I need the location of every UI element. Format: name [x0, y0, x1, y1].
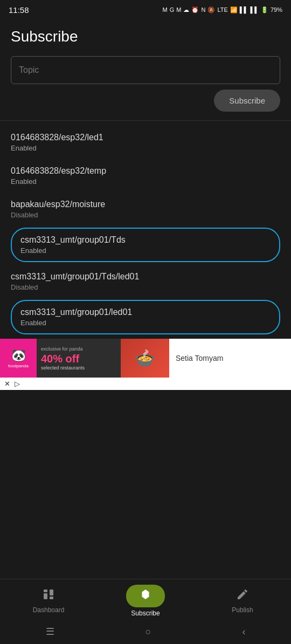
svg-rect-1 — [44, 593, 47, 599]
ad-promo-badge: exclusive for panda — [41, 346, 116, 352]
page-title: Subscribe — [0, 19, 291, 52]
subscribe-icon — [139, 590, 152, 604]
system-nav-bar: ☰ ○ ‹ — [0, 621, 291, 644]
list-item[interactable]: 0164683828/esp32/led1 Enabled — [11, 125, 280, 159]
vol-icon: 🔕 — [207, 6, 215, 13]
nav-subscribe[interactable]: Subscribe — [97, 585, 194, 617]
list-item[interactable]: bapakau/esp32/moisture Disabled — [11, 192, 280, 225]
battery-level: 79% — [271, 6, 282, 13]
signal1-icon: ▌▌ — [240, 6, 248, 13]
subscribe-button[interactable]: Subscribe — [214, 90, 280, 112]
sub-status: Enabled — [11, 177, 280, 186]
sub-status: Enabled — [20, 246, 271, 255]
sub-topic: 0164683828/esp32/temp — [11, 166, 280, 176]
ad-controls: ✕ ▷ — [0, 378, 291, 390]
ad-discount: 40% off — [41, 353, 116, 365]
wifi-icon: 📶 — [230, 6, 238, 13]
sub-status: Disabled — [11, 211, 280, 219]
list-item[interactable]: csm3313_umt/group01/Tds/led01 Disabled — [11, 264, 280, 298]
g-icon: G — [170, 6, 175, 13]
topic-input[interactable] — [11, 56, 280, 84]
sub-topic: csm3313_umt/group01/Tds — [20, 235, 271, 245]
input-section — [0, 52, 291, 84]
alarm-icon: ⏰ — [191, 6, 199, 13]
ad-brand: 🐼 foodpanda — [0, 339, 37, 378]
ad-subtext: selected restaurants — [41, 365, 116, 371]
sub-status: Enabled — [20, 319, 271, 327]
sub-topic: csm3313_umt/group01/Tds/led01 — [11, 272, 280, 282]
nav-publish[interactable]: Publish — [194, 588, 291, 614]
battery-icon: 🔋 — [261, 6, 268, 13]
status-icons: M G M ☁ ⏰ N 🔕 LTE 📶 ▌▌ ▌▌ 🔋 79% — [163, 6, 282, 13]
nav-subscribe-bg — [126, 585, 165, 607]
mail-icon: M — [163, 6, 168, 13]
back-icon[interactable]: ‹ — [242, 626, 245, 638]
dashboard-icon — [42, 588, 55, 604]
nav-dashboard[interactable]: Dashboard — [0, 588, 97, 614]
lte-icon: LTE — [217, 6, 227, 13]
ad-nav-icon[interactable]: ▷ — [15, 380, 20, 388]
sub-status: Disabled — [11, 283, 280, 291]
cloud-icon: ☁ — [183, 6, 189, 13]
svg-rect-3 — [50, 597, 53, 599]
sub-status: Enabled — [11, 144, 280, 152]
foodpanda-icon: 🐼 — [11, 348, 26, 362]
subscribe-btn-row: Subscribe — [0, 84, 291, 120]
publish-icon — [236, 588, 249, 604]
subscription-list: 0164683828/esp32/led1 Enabled 0164683828… — [0, 125, 291, 334]
signal2-icon: ▌▌ — [250, 6, 259, 13]
status-bar: 11:58 M G M ☁ ⏰ N 🔕 LTE 📶 ▌▌ ▌▌ 🔋 79% — [0, 0, 291, 19]
nav-items: Dashboard Subscribe Publish — [0, 579, 291, 621]
gmail-icon: M — [176, 6, 181, 13]
nav-dashboard-label: Dashboard — [33, 606, 65, 614]
bottom-nav: Dashboard Subscribe Publish ☰ ○ ‹ — [0, 579, 291, 644]
list-item[interactable]: 0164683828/esp32/temp Enabled — [11, 159, 280, 192]
list-item-circled[interactable]: csm3313_umt/group01/Tds Enabled — [11, 228, 280, 262]
sub-topic: csm3313_umt/group01/led01 — [20, 307, 271, 317]
foodpanda-label: foodpanda — [8, 364, 29, 368]
ad-close-icon[interactable]: ✕ — [4, 380, 10, 388]
home-icon[interactable]: ○ — [146, 626, 151, 638]
ad-food-image: 🍲 — [121, 339, 169, 378]
ad-banner[interactable]: 🐼 foodpanda exclusive for panda 40% off … — [0, 339, 291, 378]
n-icon: N — [201, 6, 205, 13]
svg-rect-2 — [50, 590, 53, 595]
divider — [0, 120, 291, 121]
nav-subscribe-label: Subscribe — [131, 609, 160, 617]
sub-topic: bapakau/esp32/moisture — [11, 200, 280, 209]
ad-promo: exclusive for panda 40% off selected res… — [37, 339, 121, 378]
nav-publish-label: Publish — [232, 606, 253, 614]
list-item-circled[interactable]: csm3313_umt/group01/led01 Enabled — [11, 300, 280, 334]
svg-rect-0 — [44, 590, 47, 592]
sub-topic: 0164683828/esp32/led1 — [11, 133, 280, 142]
ad-restaurant-name: Setia Tomyam — [169, 350, 291, 367]
status-time: 11:58 — [9, 5, 29, 15]
menu-icon[interactable]: ☰ — [46, 626, 54, 638]
